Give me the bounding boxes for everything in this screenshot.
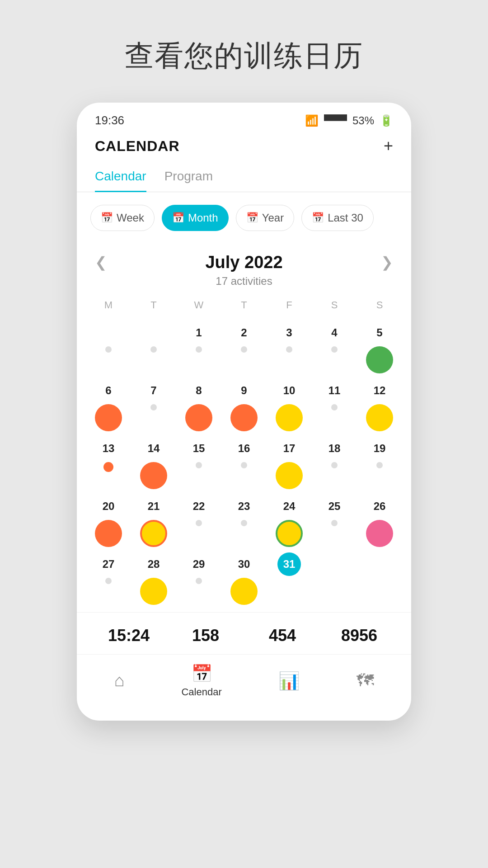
stat-distance: 158 [167, 626, 244, 645]
month-icon: 📅 [172, 212, 184, 224]
dot [230, 578, 258, 605]
stat-steps: 8956 [321, 626, 398, 645]
day-cell: 16 [221, 434, 267, 492]
page-title: 查看您的训练日历 [125, 36, 363, 75]
nav-stats[interactable]: 📊 [278, 671, 300, 691]
day-cell: 15 [176, 434, 221, 492]
day-cell: 10 [267, 376, 312, 434]
day-cell: 23 [221, 492, 267, 550]
dot [276, 520, 303, 547]
view-year-button[interactable]: 📅 Year [236, 205, 295, 231]
view-month-button[interactable]: 📅 Month [162, 205, 229, 231]
week-row: 13 14 15 16 17 18 19 [86, 434, 402, 492]
day-cell [357, 550, 402, 608]
bottom-nav: ⌂ 📅 Calendar 📊 🗺 [77, 654, 411, 703]
day-cell [131, 318, 176, 376]
phone-frame: 19:36 📶 ▀▀▀ 53% 🔋 CALENDAR + Calendar Pr… [77, 103, 411, 721]
view-selector: 📅 Week 📅 Month 📅 Year 📅 Last 30 [77, 192, 411, 244]
day-headers: M T W T F S S [86, 297, 402, 314]
dot [196, 520, 202, 526]
dot [140, 462, 167, 489]
dot [286, 346, 292, 353]
day-cell: 31 [267, 550, 312, 608]
dot [196, 462, 202, 468]
day-cell [312, 550, 357, 608]
week-label: Week [117, 212, 144, 224]
activities-count: 17 activities [77, 275, 411, 288]
nav-home[interactable]: ⌂ [114, 671, 125, 690]
year-label: Year [262, 212, 284, 224]
prev-month-button[interactable]: ❮ [86, 249, 116, 275]
day-cell: 13 [86, 434, 131, 492]
dot [241, 462, 247, 468]
app-title: CALENDAR [95, 138, 180, 155]
nav-map[interactable]: 🗺 [357, 671, 374, 690]
dot [331, 346, 338, 353]
dot [230, 404, 258, 431]
map-icon: 🗺 [357, 671, 374, 690]
view-week-button[interactable]: 📅 Week [90, 205, 155, 231]
day-cell: 30 [221, 550, 267, 608]
day-cell: 26 [357, 492, 402, 550]
day-cell: 2 [221, 318, 267, 376]
next-month-button[interactable]: ❯ [372, 249, 402, 275]
month-label: Month [188, 212, 218, 224]
dot [140, 520, 167, 547]
dot [185, 404, 212, 431]
weeks: 1 2 3 4 5 6 7 8 9 10 11 12 [86, 318, 402, 608]
day-header-m: M [86, 297, 131, 314]
day-header-t: T [131, 297, 176, 314]
week-row: 20 21 22 23 24 25 26 [86, 492, 402, 550]
dot [241, 346, 247, 353]
day-header-t2: T [221, 297, 267, 314]
last30-label: Last 30 [328, 212, 363, 224]
month-year-title: July 2022 [205, 253, 282, 272]
day-cell [86, 318, 131, 376]
day-cell: 21 [131, 492, 176, 550]
status-time: 19:36 [95, 113, 124, 127]
dot [376, 462, 383, 468]
dot [331, 404, 338, 410]
tab-program[interactable]: Program [164, 165, 213, 192]
nav-calendar-label: Calendar [181, 686, 221, 698]
calendar-header: ❮ July 2022 ❯ [77, 244, 411, 275]
dot [150, 346, 157, 353]
dot [103, 462, 113, 472]
wifi-icon: 📶 [305, 114, 319, 127]
dot [196, 346, 202, 353]
dot [331, 520, 338, 526]
week-row: 1 2 3 4 5 [86, 318, 402, 376]
day-cell: 1 [176, 318, 221, 376]
dot [95, 520, 122, 547]
status-right: 📶 ▀▀▀ 53% 🔋 [305, 114, 393, 127]
dot [366, 520, 393, 547]
calendar-icon: 📅 [191, 664, 212, 684]
day-cell: 8 [176, 376, 221, 434]
dot [105, 578, 112, 584]
day-cell: 17 [267, 434, 312, 492]
view-last30-button[interactable]: 📅 Last 30 [301, 205, 374, 231]
day-cell: 27 [86, 550, 131, 608]
dot [331, 462, 338, 468]
home-icon: ⌂ [114, 671, 125, 690]
tab-calendar[interactable]: Calendar [95, 165, 146, 192]
add-button[interactable]: + [384, 137, 393, 156]
tabs: Calendar Program [77, 165, 411, 192]
battery-text: 53% [352, 114, 374, 127]
page-wrapper: 查看您的训练日历 19:36 📶 ▀▀▀ 53% 🔋 CALENDAR + Ca… [0, 0, 488, 868]
day-cell: 3 [267, 318, 312, 376]
nav-calendar[interactable]: 📅 Calendar [181, 664, 221, 698]
day-cell: 22 [176, 492, 221, 550]
day-cell: 29 [176, 550, 221, 608]
day-cell: 11 [312, 376, 357, 434]
dot [241, 520, 247, 526]
day-header-f: F [267, 297, 312, 314]
stat-time: 15:24 [90, 626, 167, 645]
dot [276, 404, 303, 431]
day-header-s: S [312, 297, 357, 314]
stats-icon: 📊 [278, 671, 300, 691]
dot [276, 462, 303, 489]
day-cell: 18 [312, 434, 357, 492]
day-cell: 12 [357, 376, 402, 434]
dot [150, 404, 157, 410]
